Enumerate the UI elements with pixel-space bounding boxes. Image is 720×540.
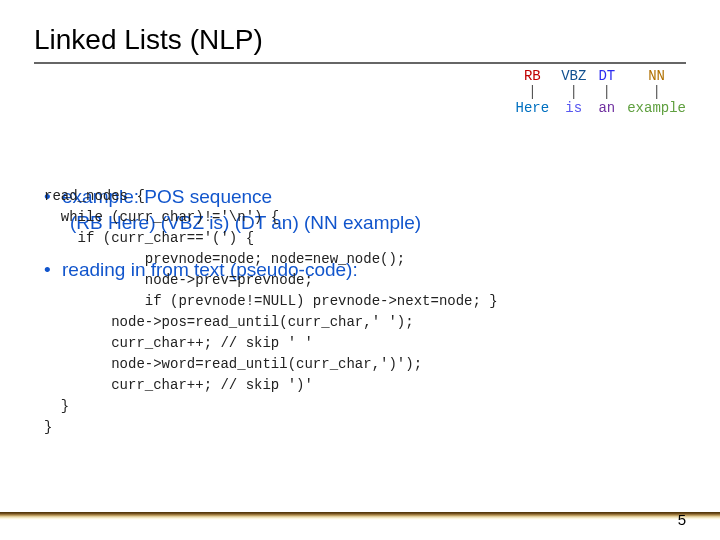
code-line: curr_char++; // skip ')' [78,377,313,393]
code-line: } [44,398,69,414]
tag-vbz: VBZ [555,68,592,84]
edge: | [621,84,692,100]
code-line: } [44,419,52,435]
code-line: node->pos=read_until(curr_char,' '); [78,314,414,330]
code-line: prevnode=node; node=new_node(); [94,251,405,267]
edge: | [555,84,592,100]
page-number: 5 [678,511,686,528]
code-line: if (prevnode!=NULL) prevnode->next=node;… [94,293,497,309]
pos-tags-row: RB VBZ DT NN [510,68,692,84]
code-line: node->word=read_until(curr_char,')'); [78,356,422,372]
tag-rb: RB [510,68,556,84]
footer-gradient [0,512,720,520]
pos-words-row: Here is an example [510,100,692,116]
word-is: is [555,100,592,116]
word-an: an [592,100,621,116]
code-line: if (curr_char=='(') { [44,230,254,246]
edge: | [592,84,621,100]
slide: Linked Lists (NLP) RB VBZ DT NN | | | | … [0,0,720,540]
word-example: example [621,100,692,116]
pseudocode-block: read_nodes { while (curr_char)!='\n') { … [44,186,498,438]
code-line: read_nodes { [44,188,145,204]
word-here: Here [510,100,556,116]
code-line: node->prev=prevnode; [94,272,312,288]
code-line: curr_char++; // skip ' ' [78,335,313,351]
pos-tree-edges: | | | | [510,84,692,100]
slide-title: Linked Lists (NLP) [34,24,686,56]
pos-tree-diagram: RB VBZ DT NN | | | | Here is an example [510,68,692,116]
edge: | [510,84,556,100]
code-line: while (curr_char)!='\n') { [44,209,279,225]
footer-underbar [0,520,720,540]
tag-nn: NN [621,68,692,84]
tag-dt: DT [592,68,621,84]
title-rule [34,62,686,64]
